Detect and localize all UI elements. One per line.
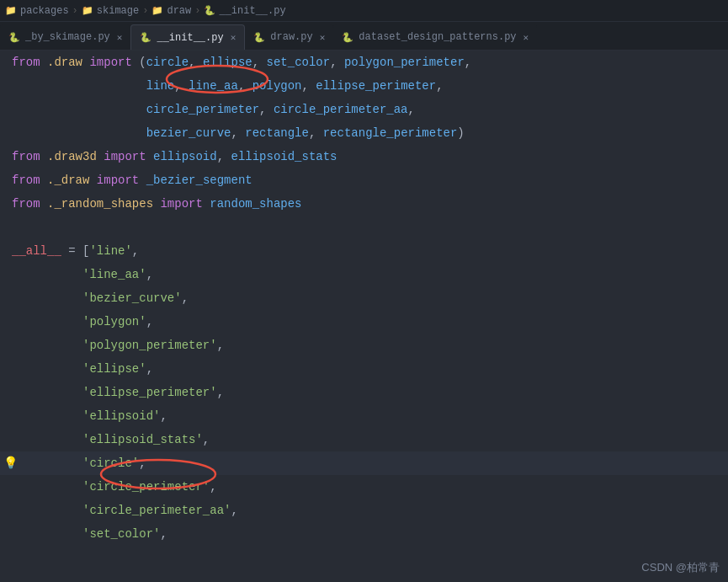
file-icon-init: 🐍	[204, 5, 215, 16]
code-text-17: 'ellipsoid_stats',	[0, 428, 728, 451]
code-text-13: 'polygon_perimeter',	[0, 334, 728, 357]
tab-dataset-design[interactable]: 🐍 dataset_design_patterns.py ✕	[333, 24, 537, 50]
code-line-4: bezier_curve, rectangle, rectangle_perim…	[0, 121, 728, 145]
code-text-8	[0, 216, 728, 239]
code-line-2: line, line_aa, polygon, ellipse_perimete…	[0, 74, 728, 98]
tab-label-init-py: __init__.py	[157, 32, 223, 44]
code-line-17: 'ellipsoid_stats',	[0, 428, 728, 451]
code-line-14: 'ellipse',	[0, 357, 728, 381]
code-text-19: 'circle_perimeter',	[0, 475, 728, 499]
code-line-7: from ._random_shapes import random_shape…	[0, 192, 728, 216]
breadcrumb-skimage[interactable]: 📁 skimage	[82, 5, 139, 17]
breadcrumb-bar: 📁 packages › 📁 skimage › 📁 draw › 🐍 __in…	[0, 0, 728, 22]
tab-label-dataset-design: dataset_design_patterns.py	[359, 31, 516, 43]
code-line-10: 'line_aa',	[0, 263, 728, 286]
code-line-9: __all__ = ['line',	[0, 239, 728, 263]
tab-close-dataset-design[interactable]: ✕	[523, 32, 529, 43]
breadcrumb-label-packages: packages	[20, 5, 69, 17]
lightbulb-icon: 💡	[3, 451, 18, 475]
code-text-20: 'circle_perimeter_aa',	[0, 499, 728, 522]
code-text-14: 'ellipse',	[0, 357, 728, 381]
code-text-11: 'bezier_curve',	[0, 286, 728, 310]
code-line-11: 'bezier_curve',	[0, 286, 728, 310]
folder-icon-skimage: 📁	[82, 5, 93, 16]
code-line-5: from .draw3d import ellipsoid, ellipsoid…	[0, 145, 728, 168]
watermark: CSDN @柏常青	[641, 560, 720, 575]
breadcrumb-sep-3: ›	[194, 5, 200, 17]
code-line-18: 💡 'circle',	[0, 451, 728, 475]
code-text-3: circle_perimeter, circle_perimeter_aa,	[0, 98, 728, 121]
code-text-6: from ._draw import _bezier_segment	[0, 168, 728, 192]
tab-close-by-skimage[interactable]: ✕	[117, 32, 123, 43]
code-line-19: 'circle_perimeter',	[0, 475, 728, 499]
tab-close-draw-py[interactable]: ✕	[320, 32, 326, 43]
code-line-15: 'ellipse_perimeter',	[0, 381, 728, 404]
breadcrumb-label-init: __init__.py	[219, 5, 285, 17]
code-line-21: 'set_color',	[0, 522, 728, 546]
tab-close-init-py[interactable]: ✕	[231, 32, 236, 43]
tab-icon-draw-py: 🐍	[253, 32, 265, 43]
tab-icon-dataset-design: 🐍	[342, 32, 353, 43]
code-line-3: circle_perimeter, circle_perimeter_aa,	[0, 98, 728, 121]
code-line-16: 'ellipsoid',	[0, 404, 728, 428]
code-text-1: from .draw import (circle, ellipse, set_…	[0, 51, 728, 74]
code-text-7: from ._random_shapes import random_shape…	[0, 192, 728, 216]
code-line-13: 'polygon_perimeter',	[0, 334, 728, 357]
code-area: from .draw import (circle, ellipse, set_…	[0, 51, 728, 582]
code-text-2: line, line_aa, polygon, ellipse_perimete…	[0, 74, 728, 98]
breadcrumb-sep-2: ›	[142, 5, 148, 17]
breadcrumb-label-skimage: skimage	[97, 5, 139, 17]
breadcrumb-sep-1: ›	[72, 5, 78, 17]
folder-icon-draw: 📁	[151, 5, 163, 16]
breadcrumb-draw[interactable]: 📁 draw	[151, 5, 191, 17]
breadcrumb-packages[interactable]: 📁 packages	[5, 5, 69, 17]
code-line-20: 'circle_perimeter_aa',	[0, 499, 728, 522]
breadcrumb-init-py[interactable]: 🐍 __init__.py	[204, 5, 285, 17]
code-text-10: 'line_aa',	[0, 263, 728, 286]
code-text-21: 'set_color',	[0, 522, 728, 546]
code-text-15: 'ellipse_perimeter',	[0, 381, 728, 404]
tab-icon-by-skimage: 🐍	[8, 32, 20, 43]
tab-by-skimage[interactable]: 🐍 _by_skimage.py ✕	[0, 24, 130, 50]
tab-label-by-skimage: _by_skimage.py	[25, 31, 110, 43]
tab-bar: 🐍 _by_skimage.py ✕ 🐍 __init__.py ✕ 🐍 dra…	[0, 22, 728, 51]
breadcrumb-label-draw: draw	[167, 5, 191, 17]
code-text-18: 'circle',	[0, 451, 728, 475]
code-line-8	[0, 216, 728, 239]
code-line-1: from .draw import (circle, ellipse, set_…	[0, 51, 728, 74]
tab-icon-init-py: 🐍	[140, 32, 151, 43]
folder-icon-packages: 📁	[5, 5, 17, 16]
code-text-16: 'ellipsoid',	[0, 404, 728, 428]
code-text-12: 'polygon',	[0, 310, 728, 334]
tab-init-py[interactable]: 🐍 __init__.py ✕	[130, 24, 245, 50]
code-text-4: bezier_curve, rectangle, rectangle_perim…	[0, 121, 728, 145]
code-text-9: __all__ = ['line',	[0, 239, 728, 263]
code-line-12: 'polygon',	[0, 310, 728, 334]
tab-draw-py[interactable]: 🐍 draw.py ✕	[245, 24, 333, 50]
code-text-5: from .draw3d import ellipsoid, ellipsoid…	[0, 145, 728, 168]
code-line-6: from ._draw import _bezier_segment	[0, 168, 728, 192]
tab-label-draw-py: draw.py	[270, 31, 312, 43]
